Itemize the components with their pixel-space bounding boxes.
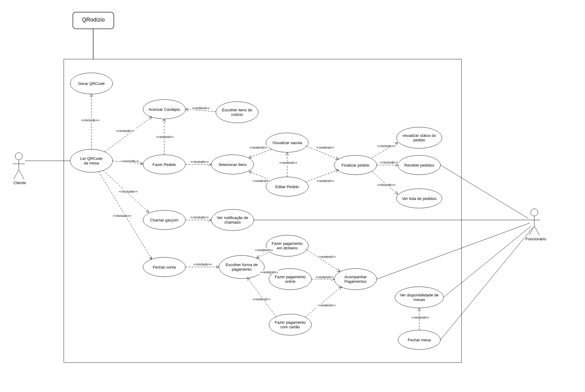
- uc-escolher-forma-pag: [219, 255, 264, 279]
- uc-visualizar-sacola: [266, 133, 308, 152]
- rel-lerqr-cardapio: [105, 117, 152, 152]
- rel-sacola-selecionar: [249, 149, 272, 158]
- uc-pag-dinheiro: [266, 235, 308, 256]
- uc-escolher-itens: [216, 102, 258, 123]
- rel-cartao-acomp: [305, 287, 342, 317]
- uc-acompanhar-pag: [334, 269, 377, 290]
- svg-point-0: [15, 153, 22, 160]
- rel-sacola-finalizar: [305, 146, 338, 159]
- uc-receber-pedidos: [398, 155, 440, 175]
- uc-editar-pedido: [266, 177, 308, 196]
- svg-point-5: [531, 209, 538, 216]
- actor-funcionario-label: Funcionário: [522, 237, 549, 241]
- svg-line-8: [529, 226, 534, 235]
- rel-editar-selecionar: [249, 171, 272, 181]
- uc-fechar-conta: [143, 257, 185, 277]
- uc-acessar-cardapio: [143, 100, 185, 119]
- assoc-func-acomp: [377, 223, 530, 279]
- rel-dinheiro-acomp: [305, 249, 340, 272]
- assoc-func-receber: [440, 165, 528, 218]
- rel-lerqr-fecharconta: [99, 171, 152, 259]
- uc-ler-qr: [70, 149, 113, 172]
- uc-fazer-pedido: [143, 155, 185, 174]
- uc-finalizar-pedido: [334, 155, 377, 175]
- uc-gerar-qr: [70, 73, 113, 94]
- rel-dinheiro-escolher: [257, 252, 270, 258]
- uc-pag-online: [269, 269, 311, 290]
- uc-fechar-mesa: [398, 330, 440, 350]
- uc-ver-disponibilidade: [395, 287, 444, 308]
- actor-cliente: [13, 153, 25, 179]
- svg-line-4: [19, 170, 24, 179]
- system-boundary: [64, 59, 461, 363]
- uc-ver-notificacao: [211, 209, 254, 231]
- rel-finalizar-lista: [372, 171, 398, 194]
- rel-lerqr-pedido: [113, 161, 143, 164]
- uc-chamar-garcom: [143, 210, 185, 230]
- rel-editar-finalizar: [305, 170, 338, 182]
- assoc-func-disp: [444, 226, 531, 297]
- rel-finalizar-status: [372, 143, 398, 158]
- diagram-canvas: [0, 0, 585, 392]
- rel-online-escolher: [264, 272, 272, 275]
- assoc-func-fecharmesa: [440, 228, 533, 340]
- system-name: QRodízio: [73, 17, 114, 23]
- rel-escolher-cardapio: [185, 109, 216, 112]
- svg-line-3: [14, 170, 19, 179]
- actor-funcionario: [528, 209, 540, 235]
- svg-line-9: [534, 226, 539, 235]
- uc-selecionar-itens: [211, 155, 254, 174]
- uc-visualizar-status: [396, 127, 442, 148]
- rel-lerqr-garcom: [103, 171, 149, 212]
- uc-pag-cartao: [269, 314, 311, 335]
- uc-ver-lista-pedidos: [396, 189, 442, 208]
- actor-cliente-label: Cliente: [11, 181, 29, 185]
